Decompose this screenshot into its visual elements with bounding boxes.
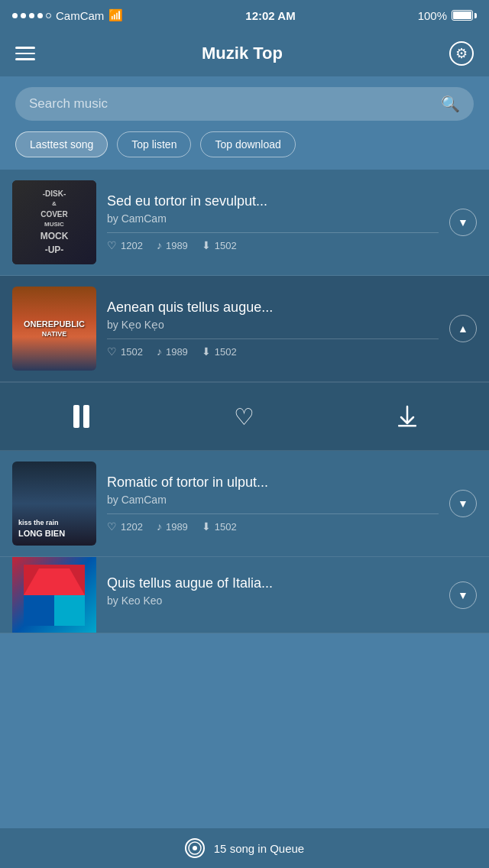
tabs-section: Lasttest song Top listen Top download	[0, 131, 489, 170]
music-icon-2: ♪	[157, 345, 162, 358]
likes-count-2: 1502	[121, 346, 143, 358]
song-title-4: Quis tellus augue of Italia...	[107, 575, 439, 591]
battery-body	[452, 10, 473, 21]
pause-button[interactable]	[63, 397, 101, 436]
pause-bar-1	[73, 405, 79, 428]
song-item-4: Quis tellus augue of Italia... by Keo Ke…	[0, 557, 489, 633]
heart-icon-3: ♡	[107, 520, 117, 533]
app-header: Muzik Top ⚙	[0, 31, 489, 76]
song-artist-3: by CamCam	[107, 494, 439, 506]
cover-art-3: kiss the rain LONG BIEN	[12, 462, 96, 546]
song-stats-2: ♡ 1502 ♪ 1989 ⬇ 1502	[107, 345, 439, 358]
heart-icon-1: ♡	[107, 239, 117, 251]
download-svg-icon	[397, 405, 418, 428]
download-icon-3: ⬇	[202, 520, 211, 533]
stat-downloads-2: ⬇ 1502	[202, 345, 237, 358]
settings-button[interactable]: ⚙	[449, 41, 474, 66]
signal-dots	[12, 13, 51, 18]
signal-dot-1	[12, 13, 18, 18]
download-button[interactable]	[388, 397, 426, 436]
search-input[interactable]	[29, 96, 433, 112]
battery-tip	[474, 13, 477, 18]
cover-art-2: ONEREPUBLICNATIVE	[12, 287, 96, 371]
song-cover-2: ONEREPUBLICNATIVE	[12, 287, 96, 371]
downloads-count-3: 1502	[215, 521, 237, 533]
battery-percent: 100%	[418, 9, 447, 22]
song-separator-3	[107, 513, 439, 514]
music-icon-1: ♪	[157, 239, 162, 251]
wifi-icon: 📶	[108, 8, 123, 22]
queue-svg-icon	[188, 841, 202, 855]
song-title-2: Aenean quis tellus augue...	[107, 300, 439, 316]
song-separator-1	[107, 232, 439, 233]
cover-art-4	[12, 557, 96, 633]
carrier-name: CamCam	[56, 9, 104, 22]
stat-likes-2: ♡ 1502	[107, 345, 143, 358]
expand-button-2[interactable]: ▲	[449, 315, 477, 342]
plays-count-2: 1989	[166, 346, 188, 358]
cover-art-1: -DISK- & COVER MUSIC MOCK -UP-	[12, 180, 96, 264]
search-section: 🔍	[0, 76, 489, 131]
status-left: CamCam 📶	[12, 8, 123, 22]
status-bar: CamCam 📶 12:02 AM 100%	[0, 0, 489, 31]
svg-rect-3	[24, 595, 54, 626]
song-info-2: Aenean quis tellus augue... by Kẹo Kẹo ♡…	[107, 300, 439, 358]
tab-top-download[interactable]: Top download	[200, 131, 295, 157]
song-artist-1: by CamCam	[107, 212, 439, 225]
download-icon-2: ⬇	[202, 345, 211, 358]
battery-fill	[453, 11, 471, 19]
app-title: Muzik Top	[202, 44, 283, 63]
song-cover-4	[12, 557, 96, 633]
song-artist-4: by Keo Keo	[107, 594, 439, 607]
svg-rect-4	[54, 595, 85, 626]
stat-plays-1: ♪ 1989	[157, 239, 188, 251]
stat-likes-3: ♡ 1202	[107, 520, 143, 533]
song-item-1: -DISK- & COVER MUSIC MOCK -UP- Sed eu to…	[0, 170, 489, 276]
song-stats-3: ♡ 1202 ♪ 1989 ⬇ 1502	[107, 520, 439, 533]
player-controls: ♡	[0, 382, 489, 451]
plays-count-3: 1989	[166, 521, 188, 533]
stat-plays-3: ♪ 1989	[157, 520, 188, 533]
svg-point-7	[193, 846, 197, 850]
search-bar: 🔍	[15, 87, 474, 121]
menu-line-2	[15, 53, 35, 55]
menu-button[interactable]	[15, 47, 35, 60]
pause-icon	[73, 405, 89, 428]
song-title-1: Sed eu tortor in sevulput...	[107, 193, 439, 209]
plays-count-1: 1989	[166, 240, 188, 251]
expand-button-1[interactable]: ▼	[449, 209, 477, 236]
tab-lasttest-song[interactable]: Lasttest song	[15, 131, 108, 157]
song-info-3: Romatic of tortor in ulput... by CamCam …	[107, 474, 439, 533]
songs-list: -DISK- & COVER MUSIC MOCK -UP- Sed eu to…	[0, 170, 489, 633]
song-cover-1: -DISK- & COVER MUSIC MOCK -UP-	[12, 180, 96, 264]
song-cover-3: kiss the rain LONG BIEN	[12, 462, 96, 546]
music-icon-3: ♪	[157, 520, 162, 533]
expand-button-3[interactable]: ▼	[449, 490, 477, 517]
signal-dot-5	[46, 13, 51, 18]
queue-icon	[185, 838, 205, 858]
queue-bar: 15 song in Queue	[0, 828, 489, 868]
song-info-1: Sed eu tortor in sevulput... by CamCam ♡…	[107, 193, 439, 251]
stat-likes-1: ♡ 1202	[107, 239, 143, 251]
status-time: 12:02 AM	[245, 9, 295, 22]
tab-top-listen[interactable]: Top listen	[117, 131, 191, 157]
heart-icon-2: ♡	[107, 345, 117, 358]
menu-line-1	[15, 47, 35, 49]
battery-indicator	[452, 10, 477, 21]
signal-dot-2	[21, 13, 26, 18]
like-button[interactable]: ♡	[225, 397, 264, 436]
song-stats-1: ♡ 1202 ♪ 1989 ⬇ 1502	[107, 239, 439, 251]
svg-rect-0	[398, 425, 416, 427]
pause-bar-2	[83, 405, 89, 428]
expand-button-4[interactable]: ▼	[449, 581, 477, 609]
song-artist-2: by Kẹo Kẹo	[107, 319, 439, 331]
search-button[interactable]: 🔍	[441, 95, 460, 113]
cover-svg-4	[24, 565, 85, 626]
stat-plays-2: ♪ 1989	[157, 345, 188, 358]
likes-count-3: 1202	[121, 521, 143, 533]
likes-count-1: 1202	[121, 240, 143, 251]
status-right: 100%	[418, 9, 477, 22]
song-item-3: kiss the rain LONG BIEN Romatic of torto…	[0, 451, 489, 557]
menu-line-3	[15, 58, 35, 60]
download-icon-1: ⬇	[202, 239, 211, 251]
